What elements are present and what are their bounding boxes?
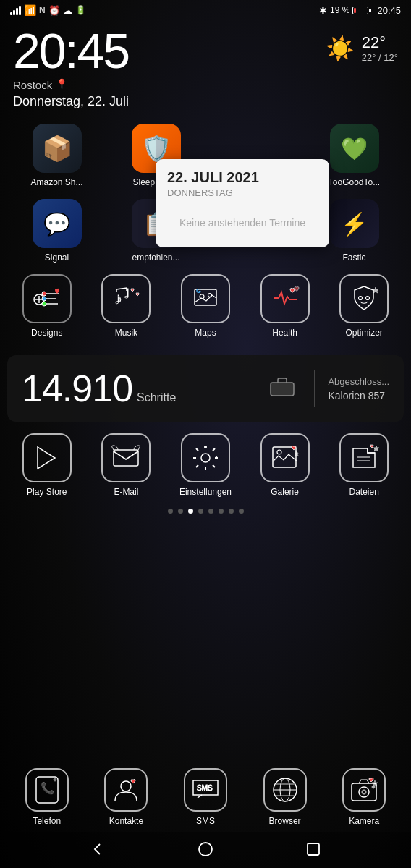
steps-label: Schritte — [137, 391, 176, 404]
clock-location: Rostock 📍 — [13, 78, 129, 91]
svg-point-8 — [42, 302, 46, 306]
bottom-dock: 📞 Telefon Kontakte — [0, 761, 411, 832]
svg-point-24 — [277, 450, 281, 454]
recents-button[interactable] — [302, 838, 325, 861]
svg-rect-42 — [308, 843, 319, 855]
page-dot-3[interactable] — [188, 509, 193, 514]
svg-rect-19 — [114, 450, 138, 466]
app-email-label: E-Mail — [114, 487, 138, 497]
page-dot-2[interactable] — [178, 509, 183, 514]
page-dot-7[interactable] — [229, 509, 234, 514]
app-browser[interactable]: Browser — [250, 768, 319, 826]
charge-icon: 🔋 — [75, 5, 86, 15]
app-musik[interactable]: ♪ ♩ Musik — [92, 274, 161, 338]
app-maps-label: Maps — [195, 328, 216, 338]
dock-area: Play Store E-Mail — [0, 433, 411, 497]
app-maps[interactable]: G Maps — [171, 274, 240, 338]
svg-marker-18 — [38, 447, 55, 469]
app-dateien[interactable]: Dateien — [330, 433, 399, 497]
app-email[interactable]: E-Mail — [92, 433, 161, 497]
app-galerie[interactable]: Galerie — [250, 433, 319, 497]
app-sms[interactable]: SMS SMS — [171, 768, 240, 826]
clock-area: 20:45 Rostock 📍 ☀️ 22° 22° / 12° — [0, 19, 411, 94]
cloud-icon: ☁ — [63, 5, 72, 16]
app-playstore-label: Play Store — [27, 487, 67, 497]
page-dots — [0, 509, 411, 514]
status-bar: 📶 N ⏰ ☁ 🔋 ✱ 19 % 20:45 — [0, 0, 411, 19]
app-kontakte[interactable]: Kontakte — [92, 768, 161, 826]
app-telefon-label: Telefon — [33, 816, 61, 826]
app-empfohlen-label: empfohlen... — [132, 252, 179, 263]
page-dot-6[interactable] — [219, 509, 224, 514]
location-icon: 📍 — [55, 78, 69, 91]
app-health[interactable]: Health — [250, 274, 319, 338]
app-amazon-label: Amazon Sh... — [30, 177, 82, 187]
bluetooth-icon: ✱ — [319, 5, 327, 16]
app-designs-label: Designs — [31, 328, 62, 338]
page-dot-1[interactable] — [168, 509, 173, 514]
date-full: Donnerstag, 22. Juli — [0, 94, 411, 118]
svg-rect-17 — [271, 383, 294, 396]
cal-empty: Keine anstehenden Termine — [167, 210, 318, 233]
svg-text:♪: ♪ — [114, 289, 122, 307]
app-sms-label: SMS — [196, 816, 215, 826]
svg-point-21 — [204, 446, 206, 448]
steps-count: 14.910 — [22, 367, 132, 410]
svg-point-38 — [359, 787, 369, 797]
app-optimizer-label: Optimizer — [346, 328, 383, 338]
svg-text:📞: 📞 — [41, 781, 55, 795]
app-fastic[interactable]: ⚡ Fastic — [320, 199, 389, 263]
battery-percent: 19 % — [330, 5, 349, 15]
wifi-icon: 📶 — [24, 4, 36, 16]
page-dot-4[interactable] — [198, 509, 203, 514]
alarm-icon: ⏰ — [48, 5, 60, 16]
svg-point-16 — [366, 297, 370, 300]
app-toogood-label: TooGoodTo... — [329, 177, 380, 187]
app-kamera[interactable]: Kamera — [330, 768, 399, 826]
app-galerie-label: Galerie — [271, 487, 299, 497]
app-playstore[interactable]: Play Store — [12, 433, 81, 497]
calendar-popup[interactable]: 22. JULI 2021 DONNERSTAG Keine anstehend… — [156, 159, 329, 247]
app-amazon[interactable]: 📦 Amazon Sh... — [22, 124, 91, 187]
app-fastic-label: Fastic — [342, 252, 365, 263]
weather-range: 22° / 12° — [362, 52, 398, 63]
svg-point-20 — [201, 454, 210, 462]
back-button[interactable] — [86, 838, 109, 861]
signal-icon — [10, 6, 21, 15]
cal-date: 22. JULI 2021 — [167, 169, 318, 186]
dock-row: Play Store E-Mail — [7, 433, 404, 497]
app-kontakte-label: Kontakte — [109, 816, 143, 826]
app-settings[interactable]: Einstellungen — [171, 433, 240, 497]
steps-widget[interactable]: 14.910 Schritte Abgeschloss... Kalorien … — [7, 355, 404, 422]
svg-point-22 — [215, 457, 217, 459]
app-musik-label: Musik — [115, 328, 137, 338]
app-dateien-label: Dateien — [349, 487, 378, 497]
clock-status: 20:45 — [377, 5, 401, 16]
weather-icon: ☀️ — [326, 35, 355, 62]
app-telefon[interactable]: 📞 Telefon — [12, 768, 81, 826]
app-toogood[interactable]: 💚 TooGoodTo... — [320, 124, 389, 187]
app-designs[interactable]: Designs — [12, 274, 81, 338]
cal-day: DONNERSTAG — [167, 187, 318, 198]
home-button[interactable] — [194, 838, 217, 861]
svg-point-15 — [359, 297, 363, 300]
svg-point-39 — [362, 790, 366, 794]
bottom-nav: 📞 Telefon Kontakte — [0, 761, 411, 868]
app-browser-label: Browser — [269, 816, 301, 826]
svg-point-41 — [199, 843, 212, 856]
clock-time: 20:45 — [13, 26, 129, 75]
svg-text:G: G — [196, 287, 201, 294]
svg-point-6 — [42, 292, 46, 296]
svg-point-30 — [121, 781, 131, 791]
page-dot-8[interactable] — [239, 509, 244, 514]
weather-temp: 22° — [362, 33, 398, 52]
nav-buttons — [0, 832, 411, 868]
nfc-icon: N — [39, 5, 46, 15]
svg-text:SMS: SMS — [197, 784, 213, 792]
page-dot-5[interactable] — [208, 509, 213, 514]
app-optimizer[interactable]: Optimizer — [330, 274, 399, 338]
app-health-label: Health — [272, 328, 297, 338]
app-signal[interactable]: 💬 Signal — [22, 199, 91, 263]
weather-widget: ☀️ 22° 22° / 12° — [326, 33, 398, 63]
steps-kal: Kalorien 857 — [328, 390, 389, 401]
